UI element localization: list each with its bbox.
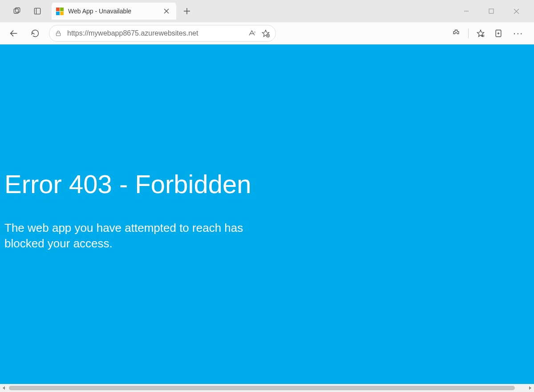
page-content: Error 403 - Forbidden The web app you ha… bbox=[0, 44, 534, 392]
new-tab-button[interactable] bbox=[181, 5, 193, 17]
svg-rect-2 bbox=[34, 8, 40, 14]
collections-icon[interactable] bbox=[491, 26, 506, 41]
favorites-icon[interactable] bbox=[473, 26, 488, 41]
browser-tab[interactable]: Web App - Unavailable bbox=[52, 3, 176, 20]
tab-strip: Web App - Unavailable bbox=[0, 0, 534, 22]
svg-marker-19 bbox=[477, 30, 484, 36]
lock-icon bbox=[55, 30, 62, 37]
close-window-button[interactable] bbox=[506, 3, 526, 19]
back-button[interactable] bbox=[6, 26, 21, 41]
read-aloud-icon[interactable] bbox=[248, 29, 256, 37]
scroll-left-icon[interactable] bbox=[0, 384, 8, 392]
scrollbar-thumb[interactable] bbox=[9, 386, 515, 390]
minimize-button[interactable] bbox=[457, 3, 476, 19]
scroll-right-icon[interactable] bbox=[526, 384, 534, 392]
toolbar: ··· bbox=[0, 22, 534, 44]
svg-rect-1 bbox=[16, 8, 20, 12]
refresh-button[interactable] bbox=[28, 26, 43, 41]
svg-marker-26 bbox=[529, 386, 531, 390]
settings-menu-button[interactable]: ··· bbox=[509, 28, 528, 38]
vertical-tabs-icon[interactable] bbox=[31, 5, 44, 17]
svg-marker-25 bbox=[3, 386, 5, 390]
error-message: The web app you have attempted to reach … bbox=[4, 220, 280, 251]
microsoft-favicon-icon bbox=[56, 8, 64, 15]
svg-rect-0 bbox=[14, 9, 18, 13]
extensions-icon[interactable] bbox=[449, 26, 464, 41]
error-title: Error 403 - Forbidden bbox=[4, 169, 530, 199]
separator bbox=[468, 28, 469, 38]
svg-rect-13 bbox=[56, 33, 60, 36]
svg-rect-9 bbox=[489, 9, 494, 13]
horizontal-scrollbar[interactable] bbox=[0, 384, 534, 392]
maximize-button[interactable] bbox=[481, 3, 501, 19]
window-controls bbox=[457, 3, 530, 19]
favorite-star-icon[interactable] bbox=[261, 29, 270, 38]
close-tab-icon[interactable] bbox=[162, 7, 171, 16]
scrollbar-track[interactable] bbox=[9, 385, 525, 391]
tab-actions-icon[interactable] bbox=[11, 5, 23, 17]
address-bar[interactable] bbox=[49, 25, 276, 42]
tab-title: Web App - Unavailable bbox=[68, 8, 158, 15]
url-input[interactable] bbox=[67, 29, 243, 37]
